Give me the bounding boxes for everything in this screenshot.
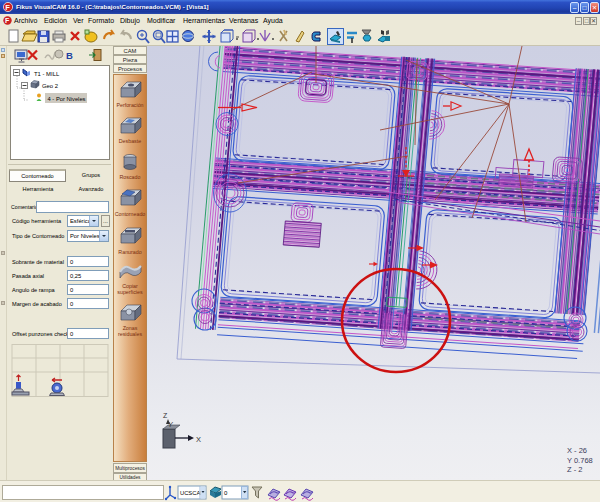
svg-text:F: F (5, 17, 10, 24)
svg-text:F: F (5, 3, 10, 12)
svg-text:residuales: residuales (118, 331, 142, 337)
svg-text:Geo 2: Geo 2 (42, 83, 58, 89)
svg-text:X: X (196, 435, 201, 444)
svg-text:4 - Por Niveles: 4 - Por Niveles (48, 96, 86, 102)
svg-text:B: B (66, 50, 73, 61)
svg-text:Roscado: Roscado (120, 174, 141, 180)
svg-text:Z: Z (163, 412, 168, 419)
svg-text:Desbaste: Desbaste (119, 138, 141, 144)
svg-text:superficies: superficies (117, 289, 143, 295)
svg-text:Ranurado: Ranurado (118, 249, 141, 255)
svg-text:T1 - MILL: T1 - MILL (34, 71, 60, 77)
svg-text:Contorneado: Contorneado (115, 211, 146, 217)
svg-text:Perforación: Perforación (116, 102, 143, 108)
